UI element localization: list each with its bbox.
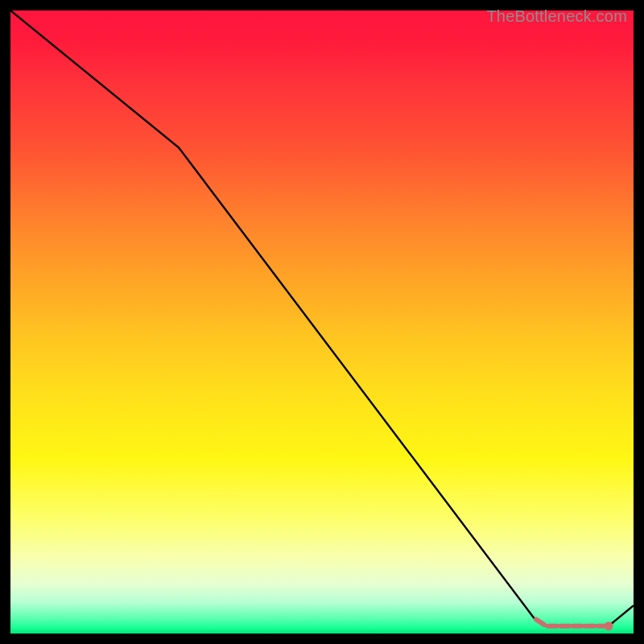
highlight-dash-segment bbox=[536, 619, 607, 625]
dash-tick-icon bbox=[536, 619, 544, 625]
chart-svg bbox=[10, 10, 634, 634]
chart-frame: TheBottleneck.com bbox=[10, 10, 634, 634]
line-series-curve bbox=[10, 10, 634, 626]
watermark-label: TheBottleneck.com bbox=[486, 7, 627, 26]
series-end-dot-icon bbox=[605, 621, 613, 630]
